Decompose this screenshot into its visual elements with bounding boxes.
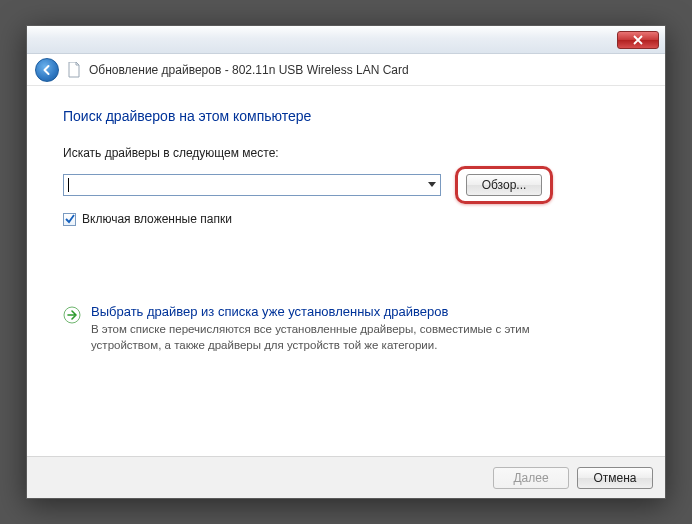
option-text: Выбрать драйвер из списка уже установлен… <box>91 304 591 353</box>
path-label: Искать драйверы в следующем месте: <box>63 146 629 160</box>
option-title: Выбрать драйвер из списка уже установлен… <box>91 304 591 319</box>
titlebar <box>27 26 665 54</box>
window-title: Обновление драйверов - 802.11n USB Wirel… <box>89 63 409 77</box>
close-button[interactable] <box>617 31 659 49</box>
page-heading: Поиск драйверов на этом компьютере <box>63 108 629 124</box>
header-bar: Обновление драйверов - 802.11n USB Wirel… <box>27 54 665 86</box>
option-description: В этом списке перечисляются все установл… <box>91 322 591 353</box>
back-button[interactable] <box>35 58 59 82</box>
chevron-down-icon <box>428 182 436 188</box>
next-button: Далее <box>493 467 569 489</box>
path-row: Обзор... <box>63 166 629 204</box>
pick-from-list-option[interactable]: Выбрать драйвер из списка уже установлен… <box>63 304 629 353</box>
path-input[interactable] <box>64 175 422 195</box>
close-icon <box>633 35 643 45</box>
arrow-right-icon <box>63 306 81 324</box>
path-combo[interactable] <box>63 174 441 196</box>
text-caret <box>68 178 69 192</box>
arrow-left-icon <box>41 64 53 76</box>
cancel-button[interactable]: Отмена <box>577 467 653 489</box>
include-subfolders-checkbox[interactable] <box>63 213 76 226</box>
wizard-window: Обновление драйверов - 802.11n USB Wirel… <box>26 25 666 499</box>
browse-button[interactable]: Обзор... <box>466 174 542 196</box>
browse-highlight: Обзор... <box>455 166 553 204</box>
footer: Далее Отмена <box>27 456 665 498</box>
include-subfolders-row: Включая вложенные папки <box>63 212 629 226</box>
include-subfolders-label: Включая вложенные папки <box>82 212 232 226</box>
checkmark-icon <box>65 214 75 224</box>
content-area: Поиск драйверов на этом компьютере Искат… <box>27 86 665 456</box>
path-dropdown-button[interactable] <box>422 175 440 195</box>
page-icon <box>67 62 81 78</box>
